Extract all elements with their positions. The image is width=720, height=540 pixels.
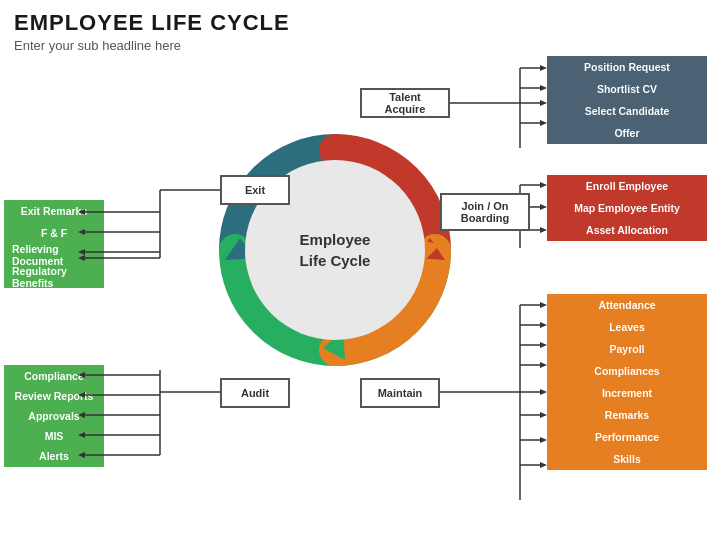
svg-marker-37: [540, 204, 547, 210]
audit-box: Audit: [220, 378, 290, 408]
payroll-box: Payroll: [547, 338, 707, 360]
increment-box: Increment: [547, 382, 707, 404]
svg-marker-53: [540, 412, 547, 418]
f-and-f-box: F & F: [4, 222, 104, 244]
asset-allocation-box: Asset Allocation: [547, 219, 707, 241]
alerts-box: Alerts: [4, 445, 104, 467]
exit-box: Exit: [220, 175, 290, 205]
select-candidate-box: Select Candidate: [547, 100, 707, 122]
page: EMPLOYEE LIFE CYCLE Enter your sub headl…: [0, 0, 720, 540]
review-reports-box: Review Reports: [4, 385, 104, 407]
map-employee-entity-box: Map Employee Entity: [547, 197, 707, 219]
attendance-box: Attendance: [547, 294, 707, 316]
svg-marker-57: [540, 462, 547, 468]
position-request-box: Position Request: [547, 56, 707, 78]
sub-headline: Enter your sub headline here: [14, 38, 181, 53]
exit-remarks-box: Exit Remarks: [4, 200, 104, 222]
leaves-box: Leaves: [547, 316, 707, 338]
svg-marker-31: [540, 120, 547, 126]
svg-marker-35: [540, 182, 547, 188]
svg-marker-29: [540, 100, 547, 106]
svg-marker-25: [540, 65, 547, 71]
shortlist-cv-box: Shortlist CV: [547, 78, 707, 100]
join-boarding-box: Join / On Boarding: [440, 193, 530, 231]
compliance-box: Compliance: [4, 365, 104, 387]
remarks-box: Remarks: [547, 404, 707, 426]
relieving-doc-box: Relieving Document: [4, 244, 104, 266]
enroll-employee-box: Enroll Employee: [547, 175, 707, 197]
skills-box: Skills: [547, 448, 707, 470]
regulatory-benefits-box: Regulatory Benefits: [4, 266, 104, 288]
svg-marker-39: [540, 227, 547, 233]
performance-box: Performance: [547, 426, 707, 448]
compliances-box: Compliances: [547, 360, 707, 382]
svg-marker-49: [540, 362, 547, 368]
svg-marker-27: [540, 85, 547, 91]
offer-box: Offer: [547, 122, 707, 144]
svg-marker-55: [540, 437, 547, 443]
approvals-box: Approvals: [4, 405, 104, 427]
svg-marker-43: [540, 302, 547, 308]
page-title: EMPLOYEE LIFE CYCLE: [14, 10, 290, 36]
svg-marker-47: [540, 342, 547, 348]
svg-marker-45: [540, 322, 547, 328]
center-text: Employee Life Cycle: [300, 229, 371, 271]
svg-marker-51: [540, 389, 547, 395]
mis-box: MIS: [4, 425, 104, 447]
maintain-box: Maintain: [360, 378, 440, 408]
talent-acquire-box: Talent Acquire: [360, 88, 450, 118]
